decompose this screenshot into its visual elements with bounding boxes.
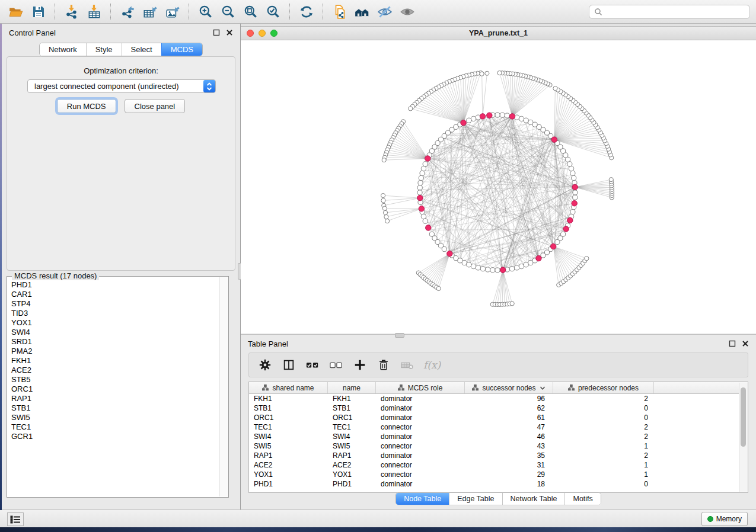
mcds-list-scrollbar[interactable] bbox=[219, 277, 228, 496]
graph-node[interactable] bbox=[476, 265, 480, 270]
close-panel-icon[interactable] bbox=[742, 340, 749, 347]
search-input[interactable] bbox=[606, 7, 745, 17]
mcds-result-item[interactable]: STB1 bbox=[11, 403, 220, 413]
graph-node[interactable] bbox=[510, 302, 514, 306]
graph-hub-node[interactable] bbox=[447, 251, 452, 257]
graph-node[interactable] bbox=[485, 267, 490, 272]
tab-network[interactable]: Network bbox=[40, 43, 86, 56]
graph-node[interactable] bbox=[417, 185, 422, 190]
graph-node[interactable] bbox=[569, 166, 573, 171]
mcds-result-item[interactable]: STB5 bbox=[11, 375, 220, 384]
table-scrollbar-thumb[interactable] bbox=[741, 387, 746, 447]
export-network-button[interactable] bbox=[117, 2, 138, 21]
graph-node[interactable] bbox=[480, 267, 485, 271]
network-window-titlebar[interactable]: YPA_prune.txt_1 bbox=[241, 27, 756, 40]
graph-node[interactable] bbox=[409, 107, 413, 111]
graph-node[interactable] bbox=[567, 162, 572, 166]
graph-node[interactable] bbox=[467, 118, 471, 123]
graph-node[interactable] bbox=[381, 198, 385, 203]
graph-hub-node[interactable] bbox=[425, 156, 430, 161]
graph-node[interactable] bbox=[505, 113, 509, 118]
tab-mcds[interactable]: MCDS bbox=[161, 43, 202, 56]
table-row[interactable]: SWI4SWI4dominator462 bbox=[249, 432, 748, 441]
mcds-result-item[interactable]: YOX1 bbox=[11, 318, 220, 328]
export-image-button[interactable] bbox=[162, 2, 183, 21]
graph-node[interactable] bbox=[514, 265, 519, 270]
graph-node[interactable] bbox=[383, 210, 387, 214]
function-builder-button[interactable]: f(x) bbox=[423, 357, 441, 373]
graph-hub-node[interactable] bbox=[480, 114, 485, 119]
graph-node[interactable] bbox=[420, 171, 425, 175]
column-header-shared-name[interactable]: shared name bbox=[249, 382, 328, 393]
graph-node[interactable] bbox=[423, 219, 428, 223]
graph-node[interactable] bbox=[519, 264, 524, 268]
optimization-criterion-select[interactable]: largest connected component (undirected) bbox=[27, 79, 216, 93]
graph-node[interactable] bbox=[524, 118, 528, 123]
graph-node[interactable] bbox=[384, 214, 388, 219]
mcds-result-item[interactable]: PMA2 bbox=[11, 347, 220, 356]
show-columns-button[interactable] bbox=[281, 357, 296, 373]
zoom-out-button[interactable] bbox=[218, 2, 238, 21]
table-row[interactable]: TEC1TEC1connector472 bbox=[249, 422, 748, 432]
zoom-selected-button[interactable] bbox=[263, 2, 283, 21]
table-row[interactable]: PHD1PHD1dominator180 bbox=[249, 479, 748, 489]
graph-hub-node[interactable] bbox=[426, 225, 431, 230]
mcds-result-item[interactable]: STP4 bbox=[11, 299, 220, 309]
column-header-name[interactable]: name bbox=[328, 382, 376, 393]
tab-motifs[interactable]: Motifs bbox=[564, 493, 600, 505]
tab-network-table[interactable]: Network Table bbox=[502, 493, 565, 505]
tab-node-table[interactable]: Node Table bbox=[396, 493, 449, 505]
mcds-result-item[interactable]: CAR1 bbox=[11, 290, 220, 299]
graph-hub-node[interactable] bbox=[487, 113, 492, 118]
import-table-button[interactable] bbox=[84, 2, 104, 21]
graph-hub-node[interactable] bbox=[536, 255, 541, 261]
memory-button[interactable]: Memory bbox=[701, 512, 748, 526]
tab-style[interactable]: Style bbox=[86, 43, 122, 56]
destroy-table-button[interactable] bbox=[400, 357, 415, 373]
graph-node[interactable] bbox=[573, 195, 578, 200]
mcds-result-item[interactable]: ACE2 bbox=[11, 366, 220, 375]
graph-hub-node[interactable] bbox=[551, 243, 556, 249]
mcds-result-item[interactable]: SRD1 bbox=[11, 337, 220, 347]
graph-node[interactable] bbox=[495, 268, 500, 273]
graph-hub-node[interactable] bbox=[572, 201, 577, 206]
graph-hub-node[interactable] bbox=[417, 195, 423, 200]
export-table-button[interactable] bbox=[140, 2, 160, 21]
mcds-result-item[interactable]: RAP1 bbox=[11, 394, 220, 403]
graph-node[interactable] bbox=[524, 262, 528, 267]
graph-node[interactable] bbox=[467, 262, 471, 267]
graph-node[interactable] bbox=[471, 264, 476, 268]
graph-node[interactable] bbox=[385, 219, 390, 223]
mcds-result-item[interactable]: ORC1 bbox=[11, 384, 220, 394]
first-neighbors-button[interactable] bbox=[352, 2, 372, 21]
graph-hub-node[interactable] bbox=[567, 217, 573, 223]
graph-node[interactable] bbox=[418, 180, 423, 185]
zoom-in-button[interactable] bbox=[196, 2, 216, 21]
table-row[interactable]: SWI5SWI5connector431 bbox=[249, 441, 748, 451]
graph-node[interactable] bbox=[442, 246, 446, 251]
task-history-button[interactable] bbox=[7, 512, 24, 526]
graph-node[interactable] bbox=[561, 232, 566, 236]
graph-node[interactable] bbox=[519, 116, 524, 121]
graph-hub-node[interactable] bbox=[461, 120, 466, 126]
float-panel-icon[interactable] bbox=[213, 29, 220, 36]
graph-node[interactable] bbox=[609, 178, 613, 182]
mcds-result-item[interactable]: GCR1 bbox=[11, 432, 220, 441]
zoom-fit-button[interactable] bbox=[241, 2, 261, 21]
show-all-button[interactable] bbox=[397, 2, 417, 21]
hide-selected-button[interactable] bbox=[375, 2, 395, 21]
table-row[interactable]: ACE2ACE2connector311 bbox=[249, 460, 748, 470]
table-row[interactable]: ORC1ORC1dominator610 bbox=[249, 413, 748, 422]
graph-node[interactable] bbox=[419, 175, 423, 180]
graph-node[interactable] bbox=[497, 70, 502, 75]
tab-select[interactable]: Select bbox=[122, 43, 161, 56]
open-file-button[interactable] bbox=[6, 2, 26, 21]
import-network-button[interactable] bbox=[62, 2, 82, 21]
run-mcds-button[interactable]: Run MCDS bbox=[57, 99, 116, 113]
clone-network-button[interactable] bbox=[330, 2, 350, 21]
mcds-result-item[interactable]: SWI4 bbox=[11, 328, 220, 337]
graph-node[interactable] bbox=[417, 190, 422, 195]
network-canvas-container[interactable] bbox=[241, 40, 756, 334]
graph-hub-node[interactable] bbox=[563, 226, 569, 232]
graph-node[interactable] bbox=[509, 267, 514, 271]
